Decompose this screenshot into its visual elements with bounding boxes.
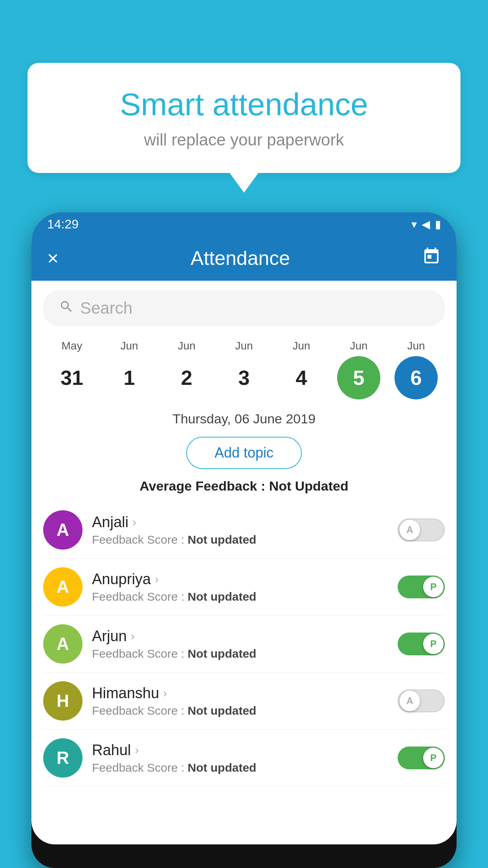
calendar-day[interactable]: Jun3 bbox=[218, 340, 270, 399]
cal-month-label: Jun bbox=[350, 340, 367, 352]
student-row[interactable]: HHimanshu ›Feedback Score : Not updatedA bbox=[43, 673, 445, 730]
toggle-knob: A bbox=[400, 520, 420, 540]
calendar-day[interactable]: May31 bbox=[46, 340, 97, 399]
cal-date-number[interactable]: 1 bbox=[108, 356, 151, 399]
student-name: Rahul › bbox=[92, 742, 388, 759]
student-row[interactable]: AAnupriya ›Feedback Score : Not updatedP bbox=[43, 559, 445, 616]
student-feedback: Feedback Score : Not updated bbox=[92, 533, 388, 546]
status-icons: ▾ ◀ ▮ bbox=[411, 218, 441, 231]
cal-month-label: Jun bbox=[407, 340, 425, 352]
student-chevron-icon: › bbox=[131, 629, 135, 643]
cal-month-label: Jun bbox=[235, 340, 253, 352]
toggle-knob: A bbox=[400, 691, 420, 711]
student-info: Rahul ›Feedback Score : Not updated bbox=[92, 742, 388, 774]
calendar-day[interactable]: Jun5 bbox=[333, 340, 384, 399]
phone-frame: 14:29 ▾ ◀ ▮ × Attendance Search bbox=[31, 212, 457, 868]
toggle-knob: P bbox=[423, 634, 444, 654]
student-name: Himanshu › bbox=[92, 685, 388, 702]
student-feedback: Feedback Score : Not updated bbox=[92, 647, 388, 660]
search-placeholder: Search bbox=[80, 299, 132, 318]
student-row[interactable]: AArjun ›Feedback Score : Not updatedP bbox=[43, 616, 445, 673]
student-info: Arjun ›Feedback Score : Not updated bbox=[92, 628, 388, 660]
search-bar[interactable]: Search bbox=[43, 290, 445, 326]
cal-date-number[interactable]: 3 bbox=[222, 356, 266, 399]
calendar-strip: May31Jun1Jun2Jun3Jun4Jun5Jun6 bbox=[31, 336, 457, 407]
cal-date-number[interactable]: 4 bbox=[280, 356, 323, 399]
calendar-icon[interactable] bbox=[422, 247, 441, 270]
app-content: × Attendance Search May31Jun1Jun2Jun3Jun… bbox=[31, 236, 457, 844]
status-bar: 14:29 ▾ ◀ ▮ bbox=[31, 212, 457, 236]
speech-bubble: Smart attendance will replace your paper… bbox=[28, 63, 460, 173]
attendance-toggle[interactable]: A bbox=[398, 519, 445, 541]
average-feedback: Average Feedback : Not Updated bbox=[31, 475, 457, 502]
cal-month-label: Jun bbox=[292, 340, 310, 352]
student-avatar: A bbox=[43, 624, 83, 664]
cal-month-label: Jun bbox=[120, 340, 138, 352]
bubble-subtitle: will replace your paperwork bbox=[59, 131, 429, 149]
signal-icon: ◀ bbox=[422, 218, 430, 231]
student-name: Anjali › bbox=[92, 514, 388, 531]
student-feedback: Feedback Score : Not updated bbox=[92, 761, 388, 774]
cal-date-number[interactable]: 5 bbox=[337, 356, 380, 399]
student-chevron-icon: › bbox=[163, 686, 167, 700]
wifi-icon: ▾ bbox=[411, 218, 417, 231]
calendar-day[interactable]: Jun1 bbox=[104, 340, 155, 399]
attendance-toggle[interactable]: P bbox=[398, 633, 445, 655]
student-name: Arjun › bbox=[92, 628, 388, 645]
student-avatar: R bbox=[43, 738, 83, 778]
student-chevron-icon: › bbox=[155, 572, 159, 586]
calendar-day[interactable]: Jun2 bbox=[161, 340, 212, 399]
cal-date-number[interactable]: 31 bbox=[50, 356, 94, 399]
toggle-knob: P bbox=[423, 748, 444, 768]
search-icon bbox=[59, 299, 74, 318]
student-feedback: Feedback Score : Not updated bbox=[92, 704, 388, 717]
avg-feedback-value: Not Updated bbox=[269, 478, 349, 493]
student-avatar: A bbox=[43, 567, 83, 607]
status-time: 14:29 bbox=[47, 217, 79, 232]
calendar-day[interactable]: Jun6 bbox=[391, 340, 442, 399]
student-info: Himanshu ›Feedback Score : Not updated bbox=[92, 685, 388, 717]
student-row[interactable]: AAnjali ›Feedback Score : Not updatedA bbox=[43, 502, 445, 559]
cal-date-number[interactable]: 2 bbox=[165, 356, 208, 399]
battery-icon: ▮ bbox=[435, 218, 441, 231]
close-button[interactable]: × bbox=[47, 247, 59, 270]
selected-date-label: Thursday, 06 June 2019 bbox=[31, 407, 457, 430]
add-topic-button[interactable]: Add topic bbox=[186, 437, 302, 469]
student-list: AAnjali ›Feedback Score : Not updatedAAA… bbox=[31, 502, 457, 844]
avg-feedback-label: Average Feedback : bbox=[139, 478, 265, 493]
attendance-toggle[interactable]: A bbox=[398, 690, 445, 712]
student-info: Anjali ›Feedback Score : Not updated bbox=[92, 514, 388, 546]
attendance-toggle[interactable]: P bbox=[398, 747, 445, 769]
student-avatar: H bbox=[43, 681, 83, 721]
student-avatar: A bbox=[43, 510, 83, 550]
student-row[interactable]: RRahul ›Feedback Score : Not updatedP bbox=[43, 730, 445, 787]
toggle-knob: P bbox=[423, 577, 444, 597]
attendance-toggle[interactable]: P bbox=[398, 576, 445, 598]
app-header: × Attendance bbox=[31, 236, 457, 281]
student-name: Anupriya › bbox=[92, 571, 388, 588]
cal-date-number[interactable]: 6 bbox=[394, 356, 438, 399]
bubble-title: Smart attendance bbox=[59, 86, 429, 123]
calendar-day[interactable]: Jun4 bbox=[276, 340, 327, 399]
speech-bubble-container: Smart attendance will replace your paper… bbox=[28, 63, 460, 173]
student-info: Anupriya ›Feedback Score : Not updated bbox=[92, 571, 388, 603]
student-feedback: Feedback Score : Not updated bbox=[92, 590, 388, 603]
student-chevron-icon: › bbox=[135, 743, 139, 757]
page-title: Attendance bbox=[191, 247, 290, 270]
student-chevron-icon: › bbox=[132, 515, 136, 529]
cal-month-label: May bbox=[62, 340, 83, 352]
cal-month-label: Jun bbox=[178, 340, 195, 352]
